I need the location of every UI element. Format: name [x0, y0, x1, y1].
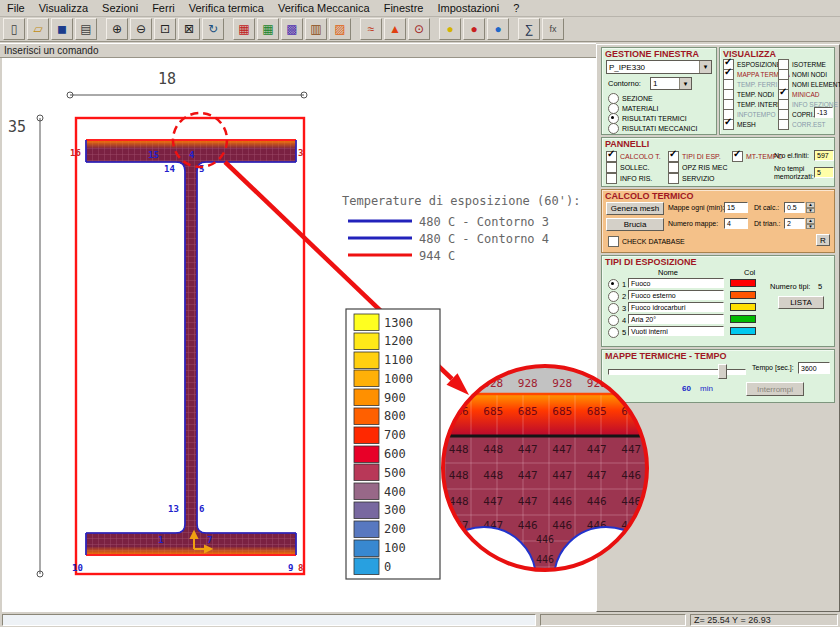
contorno-select[interactable]: 1 ▾ [650, 77, 692, 90]
dt-trian-label: Dt trian.: [754, 220, 780, 227]
dt-calc-stepper[interactable]: ▲▼ [806, 202, 815, 213]
tempo-slider[interactable] [718, 364, 727, 379]
save-icon[interactable]: ◼ [51, 18, 73, 40]
radio-tipo-3[interactable]: 3 [608, 303, 626, 314]
tempo-value: 3600 [798, 362, 830, 374]
rebar-grid-icon[interactable]: ▥ [305, 18, 327, 40]
group-title: TIPI DI ESPOSIZIONE [605, 257, 697, 267]
checkbox-sollec[interactable]: SOLLEC. [606, 162, 650, 173]
scale-swatch [354, 314, 379, 331]
temp-probe-icon[interactable]: ⊙ [408, 18, 430, 40]
new-file-icon[interactable]: ▯ [3, 18, 25, 40]
group-title: CALCOLO TERMICO [605, 191, 694, 201]
command-prompt: Inserisci un comando [4, 45, 99, 56]
node-label: 15 [148, 150, 159, 160]
scale-swatch [354, 483, 379, 500]
radio-tipo-4[interactable]: 4 [608, 315, 626, 326]
lista-button[interactable]: LISTA [778, 296, 824, 309]
materials-grid-icon[interactable]: ▦ [257, 18, 279, 40]
fem-calc-icon[interactable]: ∑ [518, 18, 540, 40]
brucia-button[interactable]: Brucia [606, 218, 664, 231]
drop-yellow-icon[interactable]: ● [439, 18, 461, 40]
toolbar: ▯ ▱ ◼ ▤ ⊕ ⊖ ⊡ ⊠ ↻ ▦ ▦ ▩ ▥ ▨ ≈ ▲ ⊙ ● ● ● … [0, 17, 840, 42]
scale-swatch [354, 333, 379, 350]
fem-info-icon[interactable]: fx [542, 18, 564, 40]
checkbox-corr-est[interactable]: CORR.EST [778, 119, 826, 130]
checkbox-servizio[interactable]: SERVIZIO [668, 173, 715, 184]
tempo-minutes-value: 60 [682, 384, 691, 393]
spin-down-icon[interactable]: ▼ [806, 224, 815, 230]
scale-swatch [354, 408, 379, 425]
command-bar[interactable]: Inserisci un comando [0, 43, 596, 58]
menu-verifica-meccanica[interactable]: Verifica Meccanica [271, 1, 377, 15]
toolbar-separator [352, 19, 359, 39]
menu-visualizza[interactable]: Visualizza [32, 1, 95, 15]
dt-trian-stepper[interactable]: ▲▼ [806, 218, 815, 229]
radio-tipo-1[interactable]: 1 [608, 279, 626, 290]
temp-row: 448 448 447 447 447 446 [449, 469, 641, 482]
legend-entry: 480 C - Contorno 4 [419, 232, 549, 246]
menu-help[interactable]: ? [506, 1, 526, 15]
menu-impostazioni[interactable]: Impostazioni [430, 1, 506, 15]
node-label: 4 [189, 150, 195, 160]
numero-mappe-input[interactable]: 4 [724, 218, 748, 229]
dt-trian-input[interactable]: 2 [784, 218, 805, 229]
mappe-ogni-input[interactable]: 15 [724, 202, 748, 213]
status-bar: Z= 25.54 Y = 26.93 [0, 613, 840, 627]
zoom-window-icon[interactable]: ⊡ [154, 18, 176, 40]
checkbox-calcolo-t[interactable]: ✓CALCOLO T. [606, 151, 661, 162]
numero-mappe-label: Numero mappe: [668, 220, 718, 227]
scale-label: 1100 [384, 353, 413, 367]
scale-label: 100 [384, 541, 406, 555]
checkbox-mesh[interactable]: ✓MESH [723, 119, 756, 130]
open-folder-icon[interactable]: ▱ [27, 18, 49, 40]
zoom-extents-icon[interactable]: ⊠ [178, 18, 200, 40]
tipo-name-5: Vuoti interni [628, 326, 724, 336]
temp-web-value: 446 [536, 554, 554, 565]
menu-file[interactable]: File [0, 1, 32, 15]
isotherm-icon[interactable]: ≈ [360, 18, 382, 40]
checkbox-opz-ris-mec[interactable]: OPZ RIS MEC [668, 162, 728, 173]
node-label: 14 [164, 164, 175, 174]
drop-blue-icon[interactable]: ● [487, 18, 509, 40]
menu-ferri[interactable]: Ferri [145, 1, 182, 15]
r-button[interactable]: R [816, 234, 830, 246]
redraw-icon[interactable]: ↻ [202, 18, 224, 40]
gestione-finestra-group: GESTIONE FINESTRA P_IPE330 ▾ Contorno: 1… [601, 47, 717, 135]
node-label: 5 [199, 164, 204, 174]
checkbox-check-database[interactable]: CHECK DATABASE [608, 236, 685, 247]
print-icon[interactable]: ▤ [75, 18, 97, 40]
genera-mesh-button[interactable]: Genera mesh [606, 202, 664, 215]
legend-entry: 944 C [419, 249, 455, 263]
toolbar-separator [98, 19, 105, 39]
nro-el-finiti-value: 597 [814, 150, 834, 161]
spin-down-icon[interactable]: ▼ [806, 208, 815, 214]
radio-risultati-meccanici[interactable]: RISULTATI MECCANICI [608, 123, 697, 134]
group-title: GESTIONE FINESTRA [605, 49, 699, 59]
chevron-down-icon[interactable]: ▾ [699, 61, 711, 73]
interrompi-button[interactable]: Interrompi [746, 382, 804, 396]
zoom-out-icon[interactable]: ⊖ [130, 18, 152, 40]
magnifier-detail: 928 928 928 928 928 928 686 685 685 685 … [440, 363, 650, 573]
scale-label: 600 [384, 447, 406, 461]
dt-calc-input[interactable]: 0.5 [784, 202, 805, 213]
menu-finestre[interactable]: Finestre [377, 1, 431, 15]
drop-red-icon[interactable]: ● [463, 18, 485, 40]
flame-icon[interactable]: ▲ [384, 18, 406, 40]
thermal-map-icon[interactable]: ▨ [329, 18, 351, 40]
chevron-down-icon[interactable]: ▾ [679, 78, 691, 89]
scale-label: 300 [384, 503, 406, 517]
numero-tipi-label: Numero tipi: [770, 282, 810, 291]
checkbox-tipi-di-esp[interactable]: ✓TIPI DI ESP. [668, 151, 721, 162]
checkbox-info-ris[interactable]: INFO RIS. [606, 173, 652, 184]
mesh-grid-icon[interactable]: ▩ [281, 18, 303, 40]
zoom-in-icon[interactable]: ⊕ [106, 18, 128, 40]
radio-tipo-5[interactable]: 5 [608, 327, 626, 338]
section-select[interactable]: P_IPE330 ▾ [606, 60, 712, 74]
copri-nrt-value[interactable]: -13 [814, 107, 833, 118]
section-grid-icon[interactable]: ▦ [233, 18, 255, 40]
menu-sezioni[interactable]: Sezioni [95, 1, 145, 15]
menu-verifica-termica[interactable]: Verifica termica [182, 1, 271, 15]
radio-tipo-2[interactable]: 2 [608, 291, 626, 302]
hot-edge-top [86, 140, 296, 148]
